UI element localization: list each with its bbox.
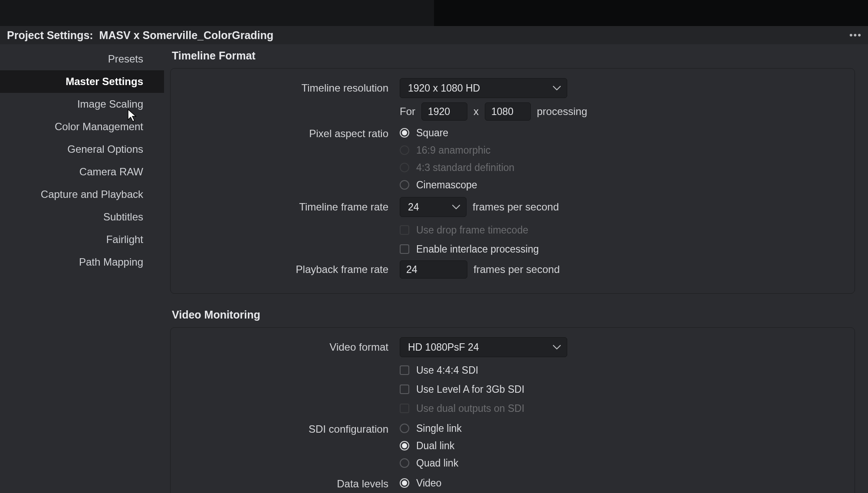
sidebar-item-path-mapping[interactable]: Path Mapping bbox=[0, 251, 164, 273]
checkbox-icon bbox=[400, 365, 409, 375]
sidebar-item-label: Master Settings bbox=[66, 76, 143, 88]
sidebar-item-label: General Options bbox=[67, 143, 143, 155]
input-playback-fps[interactable]: 24 bbox=[400, 260, 467, 279]
chevron-down-icon bbox=[553, 345, 561, 350]
radio-dot-icon bbox=[400, 458, 409, 468]
select-timeline-resolution[interactable]: 1920 x 1080 HD bbox=[400, 78, 567, 98]
radio-dot-icon bbox=[400, 145, 409, 155]
select-value: 24 bbox=[408, 201, 419, 213]
radio-dot-icon bbox=[400, 128, 409, 138]
radio-pixel-aspect-43: 4:3 standard definition bbox=[400, 160, 514, 175]
radio-sdi-single[interactable]: Single link bbox=[400, 421, 462, 436]
label-processing: processing bbox=[537, 105, 587, 118]
select-value: 1920 x 1080 HD bbox=[408, 82, 480, 94]
sidebar-item-label: Subtitles bbox=[103, 211, 143, 223]
label-fps-suffix-2: frames per second bbox=[473, 263, 560, 276]
radio-data-video[interactable]: Video bbox=[400, 475, 441, 491]
sidebar-item-subtitles[interactable]: Subtitles bbox=[0, 206, 164, 228]
radio-dot-icon bbox=[400, 424, 409, 433]
select-video-format[interactable]: HD 1080PsF 24 bbox=[400, 337, 567, 357]
label-fps-suffix: frames per second bbox=[473, 201, 559, 213]
checkbox-icon bbox=[400, 225, 409, 235]
check-level-a[interactable]: Use Level A for 3Gb SDI bbox=[400, 381, 524, 397]
sidebar-item-label: Camera RAW bbox=[79, 166, 143, 178]
top-strip-left bbox=[0, 0, 434, 26]
radio-dot-icon bbox=[400, 478, 409, 488]
sidebar-item-label: Fairlight bbox=[106, 233, 143, 246]
check-dual-outputs: Use dual outputs on SDI bbox=[400, 401, 524, 416]
label-x: x bbox=[473, 105, 479, 118]
sidebar-item-master-settings[interactable]: Master Settings bbox=[0, 70, 164, 93]
chevron-down-icon bbox=[553, 85, 561, 91]
checkbox-icon bbox=[400, 404, 409, 413]
sidebar-item-camera-raw[interactable]: Camera RAW bbox=[0, 161, 164, 183]
top-strip bbox=[0, 0, 868, 26]
chevron-down-icon bbox=[452, 204, 460, 210]
sidebar-item-label: Presets bbox=[108, 53, 143, 65]
section-title-video-monitoring: Video Monitoring bbox=[172, 309, 855, 321]
select-value: HD 1080PsF 24 bbox=[408, 342, 479, 353]
radio-pixel-aspect-cinemascope[interactable]: Cinemascope bbox=[400, 177, 514, 193]
input-resolution-height[interactable]: 1080 bbox=[485, 102, 531, 121]
radio-dot-icon bbox=[400, 441, 409, 450]
titlebar: Project Settings: MASV x Somerville_Colo… bbox=[0, 26, 868, 44]
radio-pixel-aspect-169: 16:9 anamorphic bbox=[400, 142, 514, 158]
radio-dot-icon bbox=[400, 163, 409, 172]
sidebar-item-label: Color Management bbox=[55, 121, 143, 133]
sidebar-item-general-options[interactable]: General Options bbox=[0, 138, 164, 161]
label-for: For bbox=[400, 105, 415, 118]
label-timeline-fps: Timeline frame rate bbox=[183, 201, 400, 213]
more-icon[interactable]: ••• bbox=[849, 30, 862, 41]
titlebar-title: Project Settings: MASV x Somerville_Colo… bbox=[7, 29, 273, 42]
checkbox-icon bbox=[400, 244, 409, 254]
main-content: Timeline Format Timeline resolution 1920… bbox=[164, 44, 868, 493]
sidebar-item-label: Image Scaling bbox=[77, 98, 143, 110]
check-444-sdi[interactable]: Use 4:4:4 SDI bbox=[400, 362, 478, 378]
label-sdi-config: SDI configuration bbox=[183, 421, 400, 435]
sidebar-item-fairlight[interactable]: Fairlight bbox=[0, 228, 164, 251]
sidebar-item-capture-playback[interactable]: Capture and Playback bbox=[0, 183, 164, 206]
sidebar-item-presets[interactable]: Presets bbox=[0, 48, 164, 70]
sidebar-item-image-scaling[interactable]: Image Scaling bbox=[0, 93, 164, 115]
label-pixel-aspect: Pixel aspect ratio bbox=[183, 125, 400, 140]
panel-timeline-format: Timeline resolution 1920 x 1080 HD For 1… bbox=[170, 68, 855, 294]
radio-pixel-aspect-square[interactable]: Square bbox=[400, 125, 514, 141]
input-resolution-width[interactable]: 1920 bbox=[421, 102, 467, 121]
label-timeline-resolution: Timeline resolution bbox=[183, 82, 400, 94]
radio-dot-icon bbox=[400, 180, 409, 190]
checkbox-icon bbox=[400, 385, 409, 394]
sidebar-item-label: Path Mapping bbox=[79, 256, 143, 268]
label-data-levels: Data levels bbox=[183, 475, 400, 490]
label-playback-fps: Playback frame rate bbox=[183, 263, 400, 276]
radio-sdi-dual[interactable]: Dual link bbox=[400, 438, 462, 454]
label-video-format: Video format bbox=[183, 341, 400, 353]
radio-sdi-quad[interactable]: Quad link bbox=[400, 455, 462, 471]
select-timeline-fps[interactable]: 24 bbox=[400, 197, 467, 217]
check-interlace[interactable]: Enable interlace processing bbox=[400, 241, 539, 257]
sidebar-item-label: Capture and Playback bbox=[41, 188, 143, 200]
section-title-timeline-format: Timeline Format bbox=[172, 49, 855, 62]
sidebar: Presets Master Settings Image Scaling Co… bbox=[0, 44, 164, 493]
check-drop-frame: Use drop frame timecode bbox=[400, 222, 528, 238]
panel-video-monitoring: Video format HD 1080PsF 24 Use 4:4:4 S bbox=[170, 327, 855, 493]
sidebar-item-color-management[interactable]: Color Management bbox=[0, 115, 164, 138]
